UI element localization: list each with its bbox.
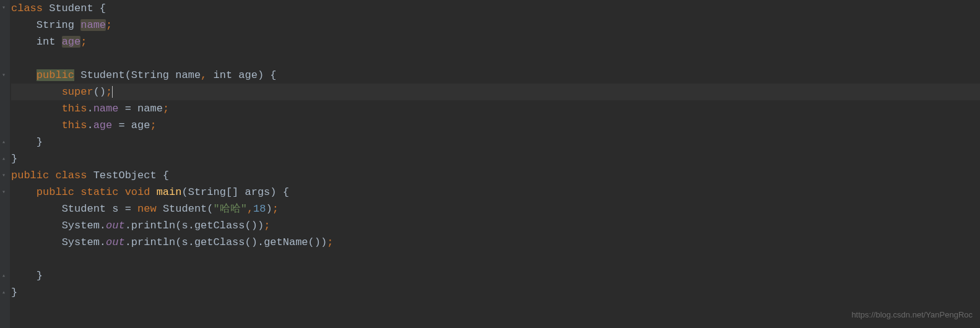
class-ref: System [62, 236, 100, 248]
caret-icon [112, 86, 113, 98]
method-call: println [131, 220, 175, 231]
method-call: getName [264, 236, 308, 248]
code-line[interactable]: } [11, 284, 980, 301]
code-line[interactable]: class Student { [11, 0, 980, 17]
code-editor[interactable]: ▾ ▾ ▴ ▴ ▾ ▾ ▴ ▴ class Student { String n… [0, 0, 980, 328]
code-line[interactable]: } [11, 267, 980, 284]
watermark: https://blog.csdn.net/YanPengRoc [851, 306, 973, 323]
code-line[interactable]: this.age = age; [11, 117, 980, 134]
method-name: main [157, 186, 182, 198]
fold-marker-icon[interactable]: ▾ [2, 5, 8, 11]
constructor-call: Student [163, 203, 207, 215]
param: age [238, 69, 258, 81]
variable: s [112, 203, 118, 215]
type: int [214, 69, 233, 81]
type: String [37, 19, 74, 31]
type: int [37, 36, 56, 48]
code-line[interactable]: System.out.println(s.getClass()); [11, 217, 980, 234]
variable: s [181, 236, 188, 248]
field: age [62, 36, 81, 48]
param: name [175, 69, 201, 81]
class-name: Student [49, 2, 93, 14]
code-line[interactable]: int age; [11, 33, 980, 50]
constructor-name: Student [80, 69, 124, 81]
type: Student [62, 203, 106, 215]
code-line[interactable]: } [11, 134, 980, 150]
keyword: public [37, 69, 74, 81]
code-line[interactable]: } [11, 150, 980, 167]
brace: } [37, 136, 43, 148]
class-ref: System [62, 220, 100, 231]
code-line[interactable]: public static void main(String[] args) { [11, 184, 980, 201]
brace: } [37, 270, 43, 282]
method-call: println [131, 236, 175, 248]
field: name [80, 19, 106, 31]
string-literal: "哈哈" [214, 203, 247, 215]
number-literal: 18 [253, 203, 266, 215]
code-line-current[interactable]: super(); [11, 84, 980, 100]
keyword: public [11, 170, 49, 181]
code-line[interactable]: Student s = new Student("哈哈",18); [11, 201, 980, 217]
keyword: class [55, 170, 87, 181]
brace: } [11, 153, 17, 165]
method-call: getClass [194, 236, 245, 248]
keyword: this [62, 119, 87, 131]
method-call: getClass [194, 220, 245, 231]
keyword: void [125, 186, 150, 198]
code-area[interactable]: class Student { String name; int age; pu… [10, 0, 980, 328]
code-line[interactable]: public Student(String name, int age) { [11, 67, 980, 84]
code-line[interactable]: System.out.println(s.getClass().getName(… [11, 234, 980, 251]
fold-marker-icon[interactable]: ▴ [2, 273, 8, 279]
variable: s [181, 220, 188, 231]
fold-marker-icon[interactable]: ▾ [2, 72, 8, 79]
keyword: static [80, 186, 118, 198]
field: name [93, 103, 119, 114]
class-name: TestObject [93, 170, 157, 181]
code-line-empty[interactable] [11, 50, 980, 67]
type: String [131, 69, 169, 81]
semicolon: ; [106, 19, 112, 31]
static-field: out [106, 220, 125, 231]
keyword: class [11, 2, 43, 14]
keyword: this [62, 103, 87, 114]
brace: } [11, 287, 17, 298]
type: String[] [188, 186, 239, 198]
keyword: new [137, 203, 157, 215]
param: args [245, 186, 271, 198]
brace: { [93, 2, 106, 14]
keyword: public [37, 186, 74, 198]
semicolon: ; [80, 36, 87, 48]
keyword: super [62, 86, 93, 98]
static-field: out [106, 236, 125, 248]
param: age [131, 119, 150, 131]
field: age [93, 119, 113, 131]
gutter: ▾ ▾ ▴ ▴ ▾ ▾ ▴ ▴ [0, 0, 10, 328]
param: name [137, 103, 163, 114]
fold-marker-icon[interactable]: ▾ [2, 189, 8, 196]
fold-marker-icon[interactable]: ▴ [2, 139, 8, 145]
fold-marker-icon[interactable]: ▾ [2, 173, 8, 179]
fold-marker-icon[interactable]: ▴ [2, 156, 8, 162]
code-line[interactable]: this.name = name; [11, 100, 980, 117]
code-line[interactable]: String name; [11, 17, 980, 33]
code-line[interactable]: public class TestObject { [11, 167, 980, 184]
fold-marker-icon[interactable]: ▴ [2, 290, 8, 296]
code-line-empty[interactable] [11, 251, 980, 267]
